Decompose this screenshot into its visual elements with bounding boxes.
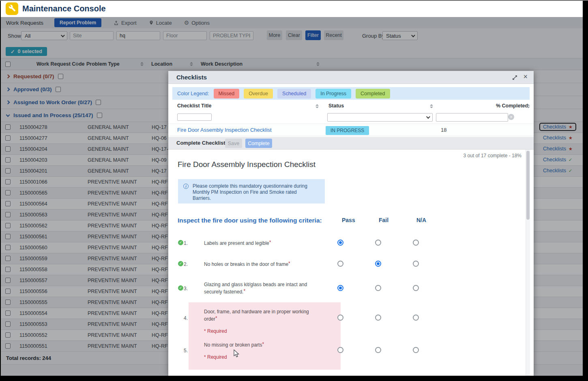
status-filter-select[interactable] (327, 113, 433, 122)
form-title: Fire Door Assembly Inspection Checklist (178, 160, 315, 169)
legend-badge: Missed (214, 89, 240, 98)
question-number: 4. (184, 315, 188, 321)
col-status[interactable]: Status (328, 103, 344, 109)
checklist-question: ✓ 2. No holes or breaks in the door of f… (168, 256, 534, 272)
section-heading: Inspect the fire door using the followin… (178, 217, 322, 224)
progress-text: 3 out of 17 complete - 18% (464, 153, 521, 158)
scrollbar-thumb[interactable] (526, 151, 530, 220)
answered-check-icon: ✓ (178, 261, 183, 266)
required-star: * (288, 261, 290, 266)
modal-title: Checklists (176, 74, 207, 81)
radio-na[interactable] (413, 285, 419, 291)
checklist-question: 4. Door, frame, and hardware are in prop… (168, 305, 534, 338)
radio-pass[interactable] (337, 347, 343, 353)
legend-badge: Overdue (244, 89, 273, 98)
close-icon[interactable]: × (523, 73, 528, 81)
modal-titlebar: Checklists × (168, 71, 534, 84)
radio-fail[interactable] (375, 285, 381, 291)
wrench-icon (9, 4, 16, 13)
checklist-filter-row: × (168, 111, 534, 124)
legend-badge: Scheduled (277, 89, 311, 98)
checklist-title-link[interactable]: Fire Door Assembly Inspection Checklist (177, 127, 272, 133)
sort-icon[interactable] (315, 104, 319, 108)
app-logo (6, 2, 18, 15)
radio-pass[interactable] (337, 315, 343, 321)
mouse-cursor (234, 349, 240, 358)
answered-check-icon: ✓ (178, 240, 183, 245)
status-badge: IN PROGRESS (326, 126, 369, 135)
pct-completed-value: 18 (441, 127, 446, 133)
col-na: N/A (416, 217, 426, 223)
col-pct-completed[interactable]: % Completed (496, 103, 528, 109)
checklist-action-bar: Complete Checklist Save Complete (168, 137, 534, 150)
radio-na[interactable] (413, 240, 419, 246)
form-scrollbar[interactable] (526, 150, 530, 376)
question-text: No holes or breaks in the door of frame* (204, 260, 313, 268)
checklist-row[interactable]: Fire Door Assembly Inspection Checklist … (168, 124, 534, 136)
question-text: Glazing and glass kit/glass beads are in… (204, 281, 313, 295)
checklist-question: ✓ 1. Labels are present and legible* (168, 235, 534, 251)
radio-na[interactable] (413, 347, 419, 353)
complete-button[interactable]: Complete (245, 139, 272, 148)
radio-fail[interactable] (375, 261, 381, 267)
radio-na[interactable] (413, 261, 419, 267)
required-note: * Required (204, 328, 313, 334)
sort-icon[interactable] (430, 104, 433, 108)
checklist-title-filter-input[interactable] (177, 113, 212, 121)
legend-badge: In Progress (315, 89, 351, 98)
radio-pass[interactable] (337, 240, 343, 246)
expand-icon[interactable] (512, 75, 517, 82)
answered-check-icon: ✓ (178, 285, 183, 291)
sort-icon[interactable] (527, 104, 530, 108)
info-text: Please complete this mandatory questionn… (193, 183, 314, 201)
clear-filter-icon[interactable]: × (508, 114, 514, 120)
required-star: * (215, 315, 217, 321)
required-star: * (262, 341, 264, 347)
question-number: 1. (184, 240, 188, 246)
info-icon: i (183, 184, 189, 189)
page-title: Maintenance Console (22, 4, 106, 13)
pct-completed-filter-input[interactable] (436, 113, 508, 122)
chevron-down-icon (426, 115, 430, 119)
legend-badge: Completed (356, 89, 390, 98)
app-header: Maintenance Console (1, 1, 583, 17)
complete-checklist-label: Complete Checklist (176, 140, 225, 146)
color-legend-label: Color Legend: (177, 91, 209, 96)
screen: Maintenance Console Work Requests Report… (0, 0, 588, 381)
radio-fail[interactable] (375, 315, 381, 321)
viewport: Maintenance Console Work Requests Report… (1, 1, 583, 376)
col-checklist-title[interactable]: Checklist Title (177, 103, 212, 109)
col-fail: Fail (379, 217, 388, 223)
checklist-form: 3 out of 17 complete - 18% Fire Door Ass… (168, 150, 534, 376)
color-legend: Color Legend: MissedOverdueScheduledIn P… (172, 87, 530, 100)
question-number: 5. (184, 348, 188, 353)
required-star: * (243, 288, 245, 294)
required-star: * (269, 240, 271, 245)
radio-pass[interactable] (337, 285, 343, 291)
checklists-modal: Checklists × Color Legend: MissedOverdue… (168, 71, 534, 376)
question-number: 2. (184, 261, 188, 267)
radio-fail[interactable] (375, 240, 381, 246)
question-number: 3. (184, 286, 188, 291)
radio-fail[interactable] (375, 347, 381, 353)
window-top-edge (0, 0, 588, 1)
required-note: * Required (204, 354, 313, 360)
question-text: Labels are present and legible* (204, 239, 313, 246)
question-text: No missing or broken parts** Required (204, 341, 313, 360)
radio-pass[interactable] (337, 261, 343, 267)
col-pass: Pass (342, 217, 355, 223)
save-button[interactable]: Save (225, 139, 242, 148)
checklist-question: 5. No missing or broken parts** Required (168, 338, 534, 370)
radio-na[interactable] (413, 315, 419, 321)
info-box: i Please complete this mandatory questio… (178, 179, 325, 203)
checklist-list-header: Checklist Title Status % Completed (168, 101, 534, 111)
question-text: Door, frame, and hardware are in proper … (204, 308, 313, 334)
checklist-question: ✓ 3. Glazing and glass kit/glass beads a… (168, 280, 534, 296)
